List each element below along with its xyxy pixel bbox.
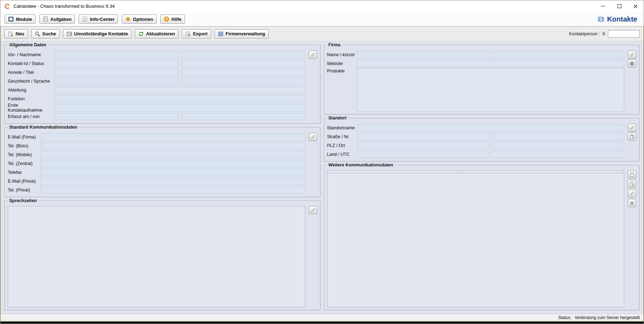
form-row: Name /-kürzel: [327, 50, 637, 59]
edit-sprechzeiten-button[interactable]: [309, 206, 317, 214]
form-row: Telefax: [8, 168, 317, 177]
firmenname-input[interactable]: [357, 51, 489, 58]
titel-input[interactable]: [181, 69, 305, 76]
standortname-label: Standortname: [327, 125, 357, 130]
active-module-label: Kontakte: [607, 15, 637, 23]
hilfe-button-label: Hilfe: [172, 17, 181, 22]
email-firma-label: E-Mail (Firma): [8, 135, 41, 140]
telefax-input[interactable]: [41, 169, 305, 176]
neu-button[interactable]: Neu: [4, 29, 28, 39]
tel-buero-input[interactable]: [41, 142, 305, 149]
kontakt-id-input[interactable]: [54, 60, 179, 67]
group-title-standard-kommunikationsdaten: Standard Kommunikationsdaten: [8, 125, 79, 130]
produkte-textarea[interactable]: [357, 68, 625, 112]
hilfe-button[interactable]: ? Hilfe: [160, 14, 185, 24]
delete-entry-button[interactable]: [628, 199, 636, 207]
group-standort: Standort Standortname Straße / Nr. PLZ /…: [324, 118, 640, 161]
new-icon: [8, 31, 13, 37]
tel-mobile-input[interactable]: [41, 151, 305, 158]
add-entry-button[interactable]: [628, 170, 636, 178]
website-globe-button[interactable]: [628, 59, 636, 67]
left-column: Allgemeine Daten Vor- / Nachname Kontakt…: [5, 45, 320, 310]
module-button[interactable]: Module: [5, 14, 36, 24]
website-label: Website: [327, 61, 357, 66]
standortname-input[interactable]: [357, 124, 625, 131]
abteilung-input[interactable]: [54, 87, 305, 94]
form-row: PLZ / Ort: [327, 141, 637, 150]
tel-privat-input[interactable]: [41, 187, 305, 194]
weitere-actions: [626, 170, 636, 307]
edit-firma-button[interactable]: [628, 51, 636, 59]
export-button-label: Export: [193, 31, 208, 36]
copy-icon: [630, 134, 634, 139]
nachname-input[interactable]: [181, 51, 305, 58]
edit-standort-button[interactable]: [628, 124, 636, 132]
erfasst-am-input[interactable]: [54, 113, 179, 120]
website-input[interactable]: [357, 60, 625, 67]
tel-zentral-input[interactable]: [41, 160, 305, 167]
erfasst-am-von-label: Erfasst am / von: [8, 114, 54, 119]
globe-icon: [630, 61, 634, 66]
vor-nachname-label: Vor- / Nachname: [8, 52, 54, 57]
kontaktperson-input[interactable]: [608, 30, 640, 37]
minimize-icon: [601, 6, 605, 6]
land-input[interactable]: [357, 151, 489, 158]
add-entry-icon: [630, 172, 634, 177]
firmenverwaltung-button[interactable]: Firmenverwaltung: [214, 29, 269, 39]
group-title-weitere-kommunikationsdaten: Weitere Kommunikationsdaten: [327, 163, 395, 168]
geschlecht-input[interactable]: [54, 78, 179, 85]
form-row: Tel. (Mobile): [8, 150, 317, 159]
edit-entry-button[interactable]: [628, 189, 636, 198]
vorname-input[interactable]: [54, 51, 179, 58]
unvollstaendige-kontakte-button[interactable]: Unvollständige Kontakte: [63, 29, 132, 39]
email-privat-label: E-Mail (Privat): [8, 179, 41, 184]
optionen-button[interactable]: Optionen: [122, 14, 157, 24]
open-entry-button[interactable]: [628, 180, 636, 188]
ort-input[interactable]: [492, 142, 624, 149]
form-row: Abteilung: [8, 86, 317, 94]
suche-button-label: Suche: [42, 31, 56, 36]
export-icon: [185, 31, 191, 37]
edit-email-button[interactable]: [309, 133, 317, 141]
info-center-button[interactable]: i Info-Center: [79, 14, 118, 24]
delete-icon: [630, 201, 634, 206]
strasse-input[interactable]: [357, 133, 489, 140]
edit-name-button[interactable]: [309, 51, 317, 59]
minimize-button[interactable]: [595, 0, 611, 12]
email-firma-input[interactable]: [41, 134, 305, 141]
unvollstaendige-kontakte-button-label: Unvollständige Kontakte: [74, 31, 128, 36]
weitere-kommunikation-table[interactable]: [327, 170, 625, 307]
app-window: Catratobee - Chaos transformed to Busine…: [0, 0, 644, 324]
copy-address-button[interactable]: [628, 132, 636, 141]
form-row: Land / UTC: [327, 150, 637, 159]
form-row: E-Mail (Privat): [8, 177, 317, 185]
telefax-label: Telefax: [8, 170, 41, 175]
suche-button[interactable]: Suche: [31, 29, 60, 39]
form-row: E-Mail (Firma): [8, 132, 317, 141]
close-button[interactable]: [627, 0, 644, 12]
plz-input[interactable]: [357, 142, 489, 149]
form-row: Anrede / Titel: [8, 68, 317, 77]
firmenname-kuerzel-label: Name /-kürzel: [327, 52, 357, 57]
export-button[interactable]: Export: [182, 29, 211, 39]
firmenkuerzel-input[interactable]: [492, 51, 624, 58]
module-icon: [8, 16, 14, 22]
utc-input[interactable]: [492, 151, 624, 158]
tel-mobile-label: Tel. (Mobile): [8, 152, 41, 157]
aktualisieren-button[interactable]: Aktualisieren: [135, 29, 179, 39]
erste-kontaktaufnahme-input[interactable]: [54, 104, 305, 111]
anrede-input[interactable]: [54, 69, 179, 76]
funktion-input[interactable]: [54, 95, 305, 102]
kontaktperson-prefix: K: [603, 31, 605, 36]
status-input[interactable]: [181, 60, 305, 67]
aufgaben-button[interactable]: Aufgaben: [39, 14, 75, 24]
email-privat-input[interactable]: [41, 178, 305, 185]
sprache-input[interactable]: [181, 78, 305, 85]
maximize-button[interactable]: [611, 0, 627, 12]
hausnummer-input[interactable]: [492, 133, 624, 140]
form-row: Tel. (Büro): [8, 141, 317, 150]
pencil-icon: [311, 135, 315, 140]
erfasst-von-input[interactable]: [181, 113, 305, 120]
info-icon: i: [82, 16, 88, 22]
sprechzeiten-area[interactable]: [8, 206, 305, 307]
